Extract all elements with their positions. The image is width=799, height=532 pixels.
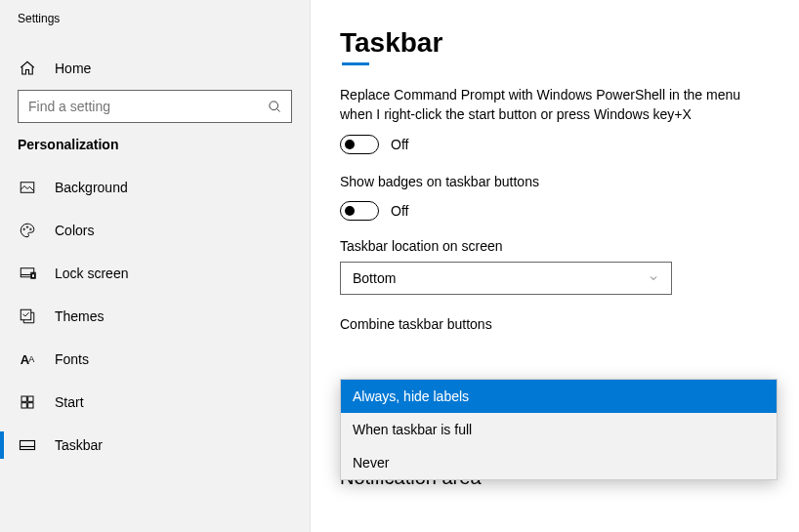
sidebar-item-themes[interactable]: Themes [0,295,310,338]
badges-setting-text: Show badges on taskbar buttons [340,172,770,191]
sidebar-item-lockscreen[interactable]: Lock screen [0,252,310,295]
svg-rect-13 [28,403,33,408]
sidebar-item-label: Themes [55,308,105,324]
fonts-icon: AA [18,349,37,369]
sidebar-item-label: Fonts [55,351,89,367]
start-icon [18,392,37,412]
dropdown-option-full[interactable]: When taskbar is full [341,413,777,446]
title-underline [342,62,369,65]
svg-rect-10 [21,396,26,401]
taskbar-location-select[interactable]: Bottom [340,262,672,295]
dropdown-option-never[interactable]: Never [341,446,777,479]
taskbar-location-value: Bottom [353,270,396,286]
svg-point-0 [269,101,277,109]
badges-toggle-state: Off [391,203,408,219]
app-title: Settings [0,12,310,25]
combine-buttons-label: Combine taskbar buttons [340,316,770,332]
dropdown-option-always[interactable]: Always, hide labels [341,380,777,413]
sidebar-item-label: Lock screen [55,266,128,281]
sidebar-item-colors[interactable]: Colors [0,209,310,252]
home-label: Home [55,61,91,76]
powershell-setting-text: Replace Command Prompt with Windows Powe… [340,85,770,125]
palette-icon [18,221,37,240]
svg-rect-14 [21,441,35,450]
svg-rect-9 [21,309,31,320]
powershell-toggle-state: Off [391,137,408,152]
svg-point-3 [23,228,25,230]
sidebar-item-fonts[interactable]: AA Fonts [0,338,310,381]
home-nav[interactable]: Home [0,47,310,90]
taskbar-location-label: Taskbar location on screen [340,238,770,254]
lock-screen-icon [18,264,37,283]
svg-point-4 [26,226,28,228]
chevron-down-icon [648,272,659,284]
sidebar-item-taskbar[interactable]: Taskbar [0,424,310,467]
sidebar-item-label: Colors [55,223,94,238]
search-input[interactable] [18,90,292,123]
sidebar-item-background[interactable]: Background [0,166,310,209]
svg-rect-12 [21,403,26,408]
svg-rect-11 [28,396,33,401]
picture-icon [18,178,37,197]
search-icon [258,100,291,114]
home-icon [18,59,37,78]
sidebar: Settings Home Personalization Background… [0,0,311,532]
sidebar-item-label: Start [55,394,84,410]
section-label: Personalization [0,137,310,152]
page-title: Taskbar [340,27,770,59]
search-wrap [0,90,310,123]
sidebar-item-label: Background [55,180,128,195]
sidebar-item-start[interactable]: Start [0,381,310,424]
sidebar-item-label: Taskbar [55,437,103,453]
themes-icon [18,307,37,326]
powershell-toggle[interactable] [340,135,379,154]
taskbar-icon [18,435,37,455]
search-field[interactable] [19,99,258,114]
svg-point-5 [30,228,32,230]
main-content: Taskbar Replace Command Prompt with Wind… [311,0,799,489]
svg-line-1 [276,108,279,111]
badges-toggle[interactable] [340,201,379,221]
combine-buttons-dropdown: Always, hide labels When taskbar is full… [340,379,778,480]
